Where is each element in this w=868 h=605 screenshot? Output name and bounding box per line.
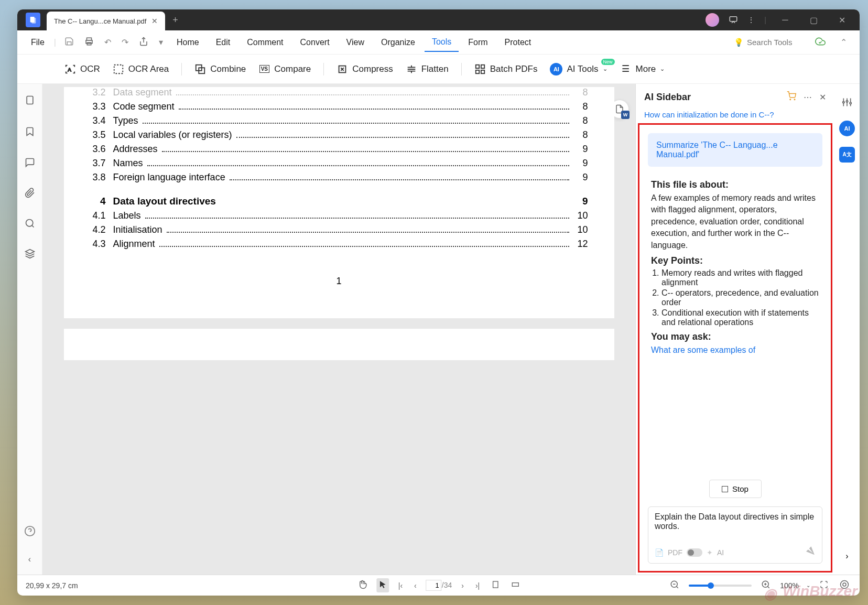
page-dimensions: 20,99 x 29,7 cm bbox=[26, 581, 78, 590]
word-badge-icon: W bbox=[621, 111, 630, 119]
cloud-sync-icon[interactable] bbox=[811, 36, 830, 49]
svg-point-31 bbox=[846, 101, 848, 102]
prev-page-icon[interactable]: ‹ bbox=[412, 581, 419, 590]
menu-tools[interactable]: Tools bbox=[425, 33, 459, 52]
select-tool-icon[interactable] bbox=[376, 578, 389, 592]
summarize-prompt[interactable]: Summarize 'The C-- Languag...e Manual.pd… bbox=[648, 133, 822, 167]
ai-input-text[interactable]: Explain the Data layout directives in si… bbox=[655, 512, 816, 537]
combine-button[interactable]: Combine bbox=[194, 63, 246, 75]
file-menu[interactable]: File bbox=[26, 38, 50, 47]
tab-close-icon[interactable]: ✕ bbox=[151, 17, 158, 25]
zoom-slider[interactable] bbox=[689, 585, 752, 587]
bookmarks-icon[interactable] bbox=[25, 126, 35, 139]
toc-line: 3.8Foreign language interface9 bbox=[90, 172, 588, 183]
zoom-level[interactable]: 100% bbox=[780, 581, 799, 590]
first-page-icon[interactable]: |‹ bbox=[396, 581, 405, 590]
mode-toggle[interactable] bbox=[687, 548, 702, 557]
ai-rail-icon[interactable]: AI bbox=[839, 121, 855, 136]
toc-line: 3.5Local variables (or registers)8 bbox=[90, 129, 588, 141]
zoom-in-icon[interactable] bbox=[759, 580, 773, 591]
new-tab-button[interactable]: + bbox=[172, 15, 178, 26]
search-icon[interactable] bbox=[25, 218, 35, 231]
stop-button[interactable]: Stop bbox=[709, 480, 762, 498]
svg-point-32 bbox=[850, 102, 851, 104]
fit-width-icon[interactable] bbox=[509, 580, 522, 590]
ai-question-link[interactable]: How can initialization be done in C--? bbox=[636, 110, 834, 123]
ocr-area-button[interactable]: OCR Area bbox=[113, 63, 169, 75]
help-icon[interactable] bbox=[24, 525, 36, 539]
close-window-button[interactable]: ✕ bbox=[832, 10, 851, 29]
more-button[interactable]: ☰More⌄ bbox=[620, 63, 665, 75]
share-icon[interactable] bbox=[135, 37, 153, 48]
fit-page-icon[interactable] bbox=[489, 580, 502, 590]
compare-icon: VS bbox=[258, 63, 270, 75]
redo-icon[interactable]: ↷ bbox=[117, 37, 133, 47]
user-avatar[interactable] bbox=[706, 13, 719, 27]
ai-input-area[interactable]: Explain the Data layout directives in si… bbox=[648, 506, 822, 564]
next-page-icon[interactable]: › bbox=[459, 581, 466, 590]
undo-icon[interactable]: ↶ bbox=[100, 37, 115, 47]
document-viewport[interactable]: W 3.2Data segment83.3Code segment83.4Typ… bbox=[42, 84, 635, 575]
svg-rect-12 bbox=[475, 64, 479, 68]
search-tools-input[interactable] bbox=[747, 38, 805, 47]
keypoint-item: C-- operators, precedence, and evaluatio… bbox=[661, 288, 819, 307]
zoom-out-icon[interactable] bbox=[668, 580, 681, 591]
kebab-menu-icon[interactable]: ⋮ bbox=[747, 16, 755, 24]
menu-organize[interactable]: Organize bbox=[374, 34, 422, 51]
maximize-button[interactable]: ▢ bbox=[804, 10, 823, 29]
toc-line: 3.6Addresses9 bbox=[90, 144, 588, 155]
send-icon[interactable] bbox=[804, 545, 818, 560]
batch-pdfs-button[interactable]: Batch PDFs bbox=[474, 63, 538, 75]
svg-rect-14 bbox=[475, 70, 479, 73]
collapse-left-icon[interactable]: ‹ bbox=[28, 555, 31, 564]
menu-form[interactable]: Form bbox=[461, 34, 495, 51]
attachments-icon[interactable] bbox=[25, 188, 35, 200]
last-page-icon[interactable]: ›| bbox=[473, 581, 482, 590]
ai-response: This file is about: A few examples of me… bbox=[644, 171, 827, 474]
collapse-ribbon-icon[interactable]: ⌃ bbox=[836, 37, 851, 47]
ai-tools-button[interactable]: AI AI Tools ⌄ New bbox=[550, 63, 607, 75]
layers-icon[interactable] bbox=[25, 249, 35, 261]
ai-ask-link[interactable]: What are some examples of bbox=[651, 344, 819, 356]
menu-home[interactable]: Home bbox=[169, 34, 207, 51]
save-icon[interactable] bbox=[60, 37, 78, 48]
stop-icon bbox=[722, 486, 728, 492]
batch-icon bbox=[474, 63, 486, 75]
dropdown-icon[interactable]: ▾ bbox=[155, 37, 167, 47]
ocr-icon: A bbox=[64, 63, 76, 75]
svg-rect-33 bbox=[493, 581, 498, 588]
print-icon[interactable] bbox=[80, 37, 98, 48]
compare-button[interactable]: VSCompare bbox=[258, 63, 311, 75]
ocr-button[interactable]: AOCR bbox=[64, 63, 100, 75]
translate-icon[interactable]: A文 bbox=[839, 147, 855, 163]
menu-protect[interactable]: Protect bbox=[497, 34, 539, 51]
settings-sliders-icon[interactable] bbox=[839, 94, 855, 110]
more-options-icon[interactable]: ⋯ bbox=[804, 92, 812, 102]
document-tab[interactable]: The C-- Langu...ce Manual.pdf ✕ bbox=[47, 12, 165, 30]
fullscreen-icon[interactable] bbox=[818, 580, 830, 590]
menu-edit[interactable]: Edit bbox=[209, 34, 238, 51]
chat-icon[interactable] bbox=[729, 15, 738, 26]
page-input[interactable] bbox=[426, 580, 442, 591]
pdf-mode-icon: 📄 bbox=[655, 548, 664, 557]
toc-line: 4Data layout directives9 bbox=[90, 196, 588, 207]
svg-line-18 bbox=[31, 225, 34, 228]
svg-rect-8 bbox=[114, 64, 123, 73]
menu-view[interactable]: View bbox=[339, 34, 372, 51]
flatten-button[interactable]: Flatten bbox=[406, 63, 449, 75]
compress-button[interactable]: Compress bbox=[337, 63, 393, 75]
svg-point-22 bbox=[790, 99, 791, 100]
expand-right-icon[interactable]: › bbox=[839, 548, 855, 564]
thumbnails-icon[interactable] bbox=[25, 94, 35, 108]
svg-rect-1 bbox=[31, 18, 36, 24]
cart-icon[interactable] bbox=[787, 91, 796, 103]
menu-comment[interactable]: Comment bbox=[240, 34, 290, 51]
minimize-button[interactable]: ─ bbox=[776, 10, 795, 29]
comments-icon[interactable] bbox=[25, 157, 35, 170]
menu-convert[interactable]: Convert bbox=[293, 34, 337, 51]
close-sidebar-icon[interactable]: ✕ bbox=[819, 92, 826, 102]
search-tools[interactable]: 💡 bbox=[734, 38, 805, 47]
combine-icon bbox=[194, 63, 206, 75]
hand-tool-icon[interactable] bbox=[355, 580, 369, 591]
reading-mode-icon[interactable] bbox=[838, 580, 851, 591]
